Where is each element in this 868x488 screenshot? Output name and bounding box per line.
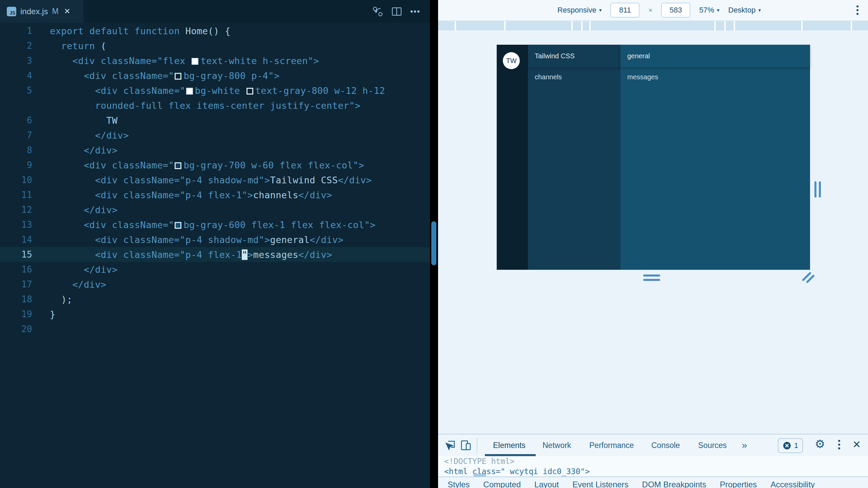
zoom-select[interactable]: 57% ▾	[699, 6, 719, 15]
resize-bottom-handle[interactable]	[643, 274, 660, 281]
code-token: }	[50, 309, 56, 320]
code-line[interactable]: 8 </div>	[0, 143, 430, 158]
html-node[interactable]: <html class=" wcytqi idc0_330">	[438, 466, 868, 476]
code-token: TW	[106, 115, 118, 126]
page-viewport[interactable]: TW Tailwind CSS channels general message…	[497, 45, 810, 270]
color-swatch-icon	[186, 88, 193, 95]
code-token: Tailwind CSS	[270, 175, 338, 185]
tab-layout[interactable]: Layout	[534, 480, 559, 488]
code-line[interactable]: 1export default function Home() {	[0, 23, 430, 38]
tab-dom-breakpoints[interactable]: DOM Breakpoints	[642, 480, 706, 488]
code-text: <div className="p-4 shadow-md">Tailwind …	[32, 175, 372, 185]
resize-corner-handle[interactable]	[801, 270, 815, 285]
code-token: return	[50, 41, 101, 51]
code-token: <div className="p-4 flex-1	[50, 249, 242, 260]
viewport-height-input[interactable]	[661, 3, 690, 18]
code-token: <div className="p-4 shadow-md">	[50, 175, 270, 185]
code-line[interactable]: 6 TW	[0, 113, 430, 128]
code-text: export default function Home() {	[32, 26, 231, 36]
inspect-element-icon[interactable]	[444, 439, 456, 451]
code-line[interactable]: 4 <div className="bg-gray-800 p-4">	[0, 68, 430, 83]
settings-gear-icon[interactable]: ⚙	[815, 437, 825, 451]
code-line[interactable]: 19}	[0, 307, 430, 322]
code-line[interactable]: 12 </div>	[0, 202, 430, 217]
more-tabs-icon[interactable]: »	[742, 434, 747, 456]
code-text: </div>	[32, 145, 118, 156]
tab-properties[interactable]: Properties	[720, 480, 757, 488]
code-text: }	[32, 309, 56, 320]
code-token: </div>	[50, 145, 118, 156]
tab-accessibility[interactable]: Accessibility	[770, 480, 815, 488]
color-swatch-icon	[175, 162, 181, 169]
code-line[interactable]: 11 <div className="p-4 flex-1">channels<…	[0, 187, 430, 202]
code-line[interactable]: 5 <div className="bg-white text-gray-800…	[0, 83, 430, 98]
code-line[interactable]: 9 <div className="bg-gray-700 w-60 flex …	[0, 158, 430, 172]
code-token: (	[101, 41, 106, 51]
code-line[interactable]: 14 <div className="p-4 shadow-md">genera…	[0, 232, 430, 247]
code-line[interactable]: 18 );	[0, 292, 430, 307]
display-mode-select[interactable]: Desktop ▾	[728, 6, 761, 15]
device-type-select[interactable]: Responsive ▾	[557, 6, 601, 15]
code-line[interactable]: rounded-full flex items-center justify-c…	[0, 98, 430, 113]
close-devtools-icon[interactable]: ✕	[852, 439, 861, 450]
split-editor-icon[interactable]	[391, 5, 403, 18]
chevron-down-icon: ▾	[717, 7, 719, 13]
code-area[interactable]: 1export default function Home() {2 retur…	[0, 23, 430, 337]
close-tab-icon[interactable]: ✕	[64, 7, 71, 16]
editor-tab-bar: JS index.js M ✕	[0, 0, 430, 23]
viewport-width-input[interactable]	[610, 3, 639, 18]
code-line[interactable]: 16 </div>	[0, 262, 430, 277]
code-line[interactable]: 20	[0, 322, 430, 337]
tab-network[interactable]: Network	[542, 434, 571, 456]
code-text: </div>	[32, 205, 118, 215]
code-token: </div>	[50, 264, 118, 275]
code-text: <div className="bg-gray-800 p-4">	[32, 70, 280, 81]
resize-right-handle[interactable]	[814, 181, 821, 198]
line-number: 16	[0, 264, 32, 274]
tab-styles[interactable]: Styles	[448, 480, 470, 488]
code-token: general	[270, 235, 310, 245]
code-line[interactable]: 13 <div className="bg-gray-600 flex-1 fl…	[0, 217, 430, 232]
elements-tree[interactable]: <!DOCTYPE html> <html class=" wcytqi idc…	[438, 456, 868, 476]
code-line[interactable]: 17 </div>	[0, 277, 430, 292]
color-swatch-icon	[175, 222, 181, 229]
ruler-gap	[714, 21, 716, 30]
tab-console[interactable]: Console	[651, 434, 680, 456]
code-text: );	[32, 294, 73, 305]
code-line[interactable]: 2 return (	[0, 38, 430, 53]
code-token: <div className="p-4 shadow-md">	[50, 235, 270, 245]
open-changes-icon[interactable]	[372, 5, 384, 18]
dimension-separator: ×	[648, 6, 652, 14]
line-number: 1	[0, 26, 32, 36]
toggle-device-toolbar-icon[interactable]	[460, 439, 472, 451]
color-swatch-icon	[192, 58, 198, 65]
tab-index-js[interactable]: JS index.js M ✕	[0, 0, 83, 23]
tab-performance[interactable]: Performance	[589, 434, 634, 456]
editor-scrollbar-thumb[interactable]	[431, 221, 436, 265]
code-token	[50, 115, 106, 126]
code-token: text-gray-800 w-12 h-12	[255, 85, 385, 96]
code-line[interactable]: 7 </div>	[0, 128, 430, 143]
horizontal-scrollbar-thumb[interactable]	[473, 474, 486, 476]
code-line[interactable]: 15 <div className="p-4 flex-1">messages<…	[0, 247, 430, 262]
tab-sources[interactable]: Sources	[698, 434, 727, 456]
tab-event-listeners[interactable]: Event Listeners	[572, 480, 628, 488]
tab-computed[interactable]: Computed	[483, 480, 521, 488]
ruler-gap	[455, 21, 456, 30]
code-token: rounded-full flex items-center justify-c…	[50, 100, 360, 111]
code-line[interactable]: 10 <div className="p-4 shadow-md">Tailwi…	[0, 172, 430, 187]
code-text: <div className="bg-gray-600 flex-1 flex …	[32, 220, 376, 230]
doctype-node[interactable]: <!DOCTYPE html>	[438, 456, 868, 466]
code-token: </div>	[298, 190, 332, 200]
tab-elements[interactable]: Elements	[493, 434, 526, 456]
code-token: bg-gray-700 w-60 flex flex-col">	[183, 160, 364, 170]
more-actions-icon[interactable]	[409, 5, 421, 18]
error-count-badge[interactable]: 1	[778, 438, 803, 453]
device-toolbar-more-icon[interactable]	[856, 5, 859, 15]
line-number: 20	[0, 324, 32, 334]
line-number: 3	[0, 56, 32, 66]
devtools-more-icon[interactable]	[838, 440, 840, 449]
ruler-gap	[734, 21, 735, 30]
line-number: 14	[0, 235, 32, 245]
code-line[interactable]: 3 <div className="flex text-white h-scre…	[0, 53, 430, 68]
